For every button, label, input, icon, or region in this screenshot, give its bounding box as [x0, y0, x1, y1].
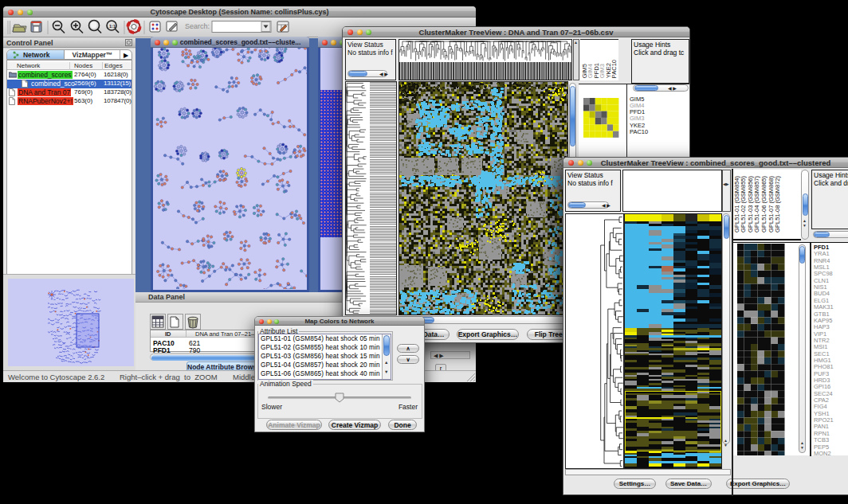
svg-text:1:1: 1:1: [109, 24, 116, 29]
svg-text:Search:: Search:: [185, 22, 210, 30]
